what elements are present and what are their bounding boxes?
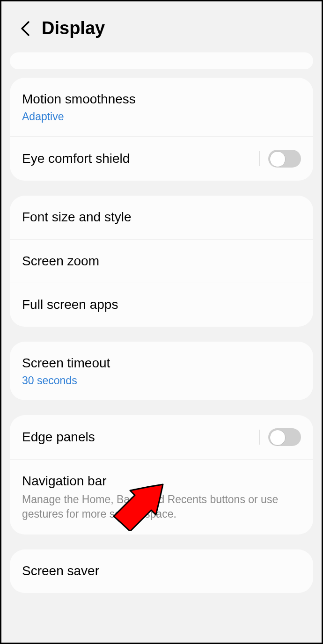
setting-title: Edge panels bbox=[22, 429, 252, 446]
toggle-container bbox=[259, 428, 301, 446]
setting-title: Eye comfort shield bbox=[22, 150, 252, 167]
settings-group: Font size and style Screen zoom Full scr… bbox=[10, 196, 313, 326]
top-spacer bbox=[10, 52, 313, 69]
setting-title: Screen timeout bbox=[22, 355, 301, 372]
edge-panels-toggle[interactable] bbox=[268, 428, 301, 446]
setting-motion-smoothness[interactable]: Motion smoothness Adaptive bbox=[10, 78, 313, 136]
setting-screen-saver[interactable]: Screen saver bbox=[10, 549, 313, 593]
setting-value: Adaptive bbox=[22, 110, 301, 123]
divider bbox=[259, 151, 260, 166]
setting-title: Navigation bar bbox=[22, 473, 301, 490]
eye-comfort-toggle[interactable] bbox=[268, 150, 301, 168]
setting-edge-panels[interactable]: Edge panels bbox=[10, 415, 313, 459]
setting-value: 30 seconds bbox=[22, 374, 301, 387]
setting-title: Full screen apps bbox=[22, 296, 301, 313]
settings-group: Edge panels Navigation bar Manage the Ho… bbox=[10, 415, 313, 534]
page-title: Display bbox=[42, 18, 105, 38]
setting-title: Font size and style bbox=[22, 209, 301, 226]
toggle-container bbox=[259, 150, 301, 168]
setting-title: Motion smoothness bbox=[22, 91, 301, 108]
settings-group: Screen saver bbox=[10, 549, 313, 593]
settings-group: Motion smoothness Adaptive Eye comfort s… bbox=[10, 78, 313, 181]
setting-navigation-bar[interactable]: Navigation bar Manage the Home, Back, an… bbox=[10, 459, 313, 534]
setting-screen-zoom[interactable]: Screen zoom bbox=[10, 239, 313, 283]
setting-title: Screen zoom bbox=[22, 253, 301, 270]
settings-group: Screen timeout 30 seconds bbox=[10, 342, 313, 400]
setting-font-size-style[interactable]: Font size and style bbox=[10, 196, 313, 239]
divider bbox=[259, 430, 260, 445]
setting-title: Screen saver bbox=[22, 563, 301, 579]
setting-eye-comfort-shield[interactable]: Eye comfort shield bbox=[10, 136, 313, 181]
back-icon[interactable] bbox=[20, 21, 30, 37]
header: Display bbox=[1, 1, 322, 48]
setting-screen-timeout[interactable]: Screen timeout 30 seconds bbox=[10, 342, 313, 400]
setting-full-screen-apps[interactable]: Full screen apps bbox=[10, 283, 313, 326]
setting-description: Manage the Home, Back, and Recents butto… bbox=[22, 492, 301, 521]
